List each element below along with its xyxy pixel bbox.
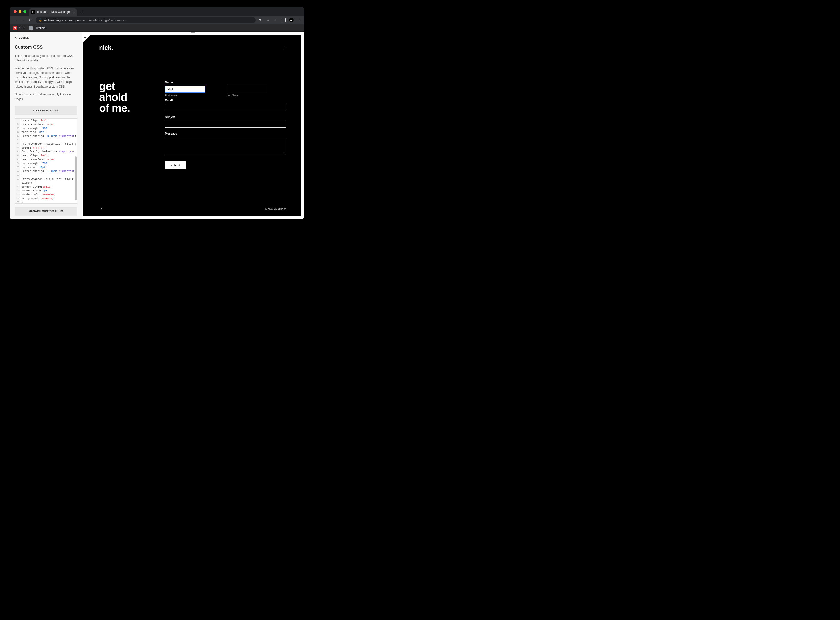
message-label: Message <box>165 132 286 135</box>
forward-button[interactable]: → <box>20 18 26 22</box>
code-line[interactable]: 31border-color:#eeeeee; <box>15 193 77 197</box>
line-number: 19 <box>15 142 20 146</box>
scrollbar-thumb[interactable] <box>75 157 77 200</box>
line-number: 16 <box>15 130 20 134</box>
share-icon[interactable]: ⇧ <box>258 18 262 22</box>
bookmark-star-icon[interactable]: ☆ <box>266 18 270 22</box>
linkedin-icon[interactable] <box>99 207 103 211</box>
browser-tab[interactable]: n. contact — Nick Waldinger × <box>29 8 77 16</box>
code-line[interactable]: text-align: left; <box>15 119 77 122</box>
name-label: Name <box>165 81 286 84</box>
window-close-icon[interactable] <box>14 10 17 13</box>
code-text: border-style:solid; <box>20 185 52 189</box>
code-text: } <box>20 173 23 177</box>
code-text: color: #ffffff; <box>20 146 46 150</box>
css-code-editor[interactable]: text-align: left;14text-transform: none;… <box>15 118 77 204</box>
line-number: 20 <box>15 146 20 150</box>
tab-title: contact — Nick Waldinger <box>37 10 71 14</box>
contact-form: Name First Name Last Name <box>165 81 286 169</box>
first-name-caption: First Name <box>165 94 224 97</box>
reload-button[interactable]: ⟳ <box>28 18 33 23</box>
subject-input[interactable] <box>165 120 286 128</box>
code-text: border-width:1px; <box>20 189 49 193</box>
tab-favicon-icon: n. <box>31 10 35 14</box>
manage-custom-files-button[interactable]: MANAGE CUSTOM FILES <box>15 207 77 215</box>
bookmark-tutorials[interactable]: Tutorials <box>29 26 46 30</box>
panel-toggle-icon[interactable] <box>281 18 286 22</box>
profile-avatar-icon[interactable]: n. <box>289 18 294 22</box>
code-line[interactable]: 27} <box>15 173 77 177</box>
code-line[interactable]: 29border-style:solid; <box>15 185 77 189</box>
code-line[interactable]: 18} <box>15 138 77 142</box>
menu-plus-icon[interactable]: + <box>282 45 286 51</box>
code-text: text-transform: none; <box>20 122 56 126</box>
code-text: letter-spacing: -.03em !important; <box>20 169 76 173</box>
bookmark-label: ADP <box>18 26 25 30</box>
new-tab-button[interactable]: + <box>79 9 85 15</box>
code-line[interactable]: 20color: #ffffff; <box>15 146 77 150</box>
code-line[interactable]: 22text-align: left; <box>15 153 77 158</box>
code-line[interactable]: 17letter-spacing: 0.02em !important; <box>15 134 77 138</box>
extensions-icon[interactable]: ✦ <box>274 18 278 22</box>
kebab-menu-icon[interactable]: ⋮ <box>297 18 302 22</box>
bookmark-adp[interactable]: AD ADP <box>13 26 25 30</box>
line-number: 18 <box>15 138 20 142</box>
code-line[interactable]: 15font-weight: 300; <box>15 126 77 130</box>
code-text: text-align: left; <box>20 119 49 122</box>
line-number: 25 <box>15 166 20 169</box>
first-name-input[interactable] <box>165 86 205 93</box>
line-number <box>15 119 20 122</box>
code-text: } <box>20 200 23 203</box>
window-zoom-icon[interactable] <box>23 10 26 13</box>
code-line[interactable]: 26letter-spacing: -.03em !important; <box>15 169 77 173</box>
site-logo[interactable]: nick. <box>99 44 113 51</box>
line-number: 28 <box>15 177 20 181</box>
email-input[interactable] <box>165 104 286 111</box>
code-line[interactable]: 19.form-wrapper .field-list .title { <box>15 142 77 146</box>
preview-canvas: ↖ nick. + get ahold of me. <box>82 32 304 219</box>
subject-label: Subject <box>165 115 286 119</box>
code-text: element { <box>20 181 36 185</box>
url-path: /config/design/custom-css <box>89 18 126 22</box>
line-number: 17 <box>15 134 20 138</box>
message-textarea[interactable] <box>165 137 286 155</box>
window-minimize-icon[interactable] <box>18 10 21 13</box>
line-number: 23 <box>15 158 20 161</box>
site-preview: ↖ nick. + get ahold of me. <box>83 35 302 216</box>
panel-intro: This area will allow you to inject custo… <box>15 54 77 63</box>
code-line[interactable]: 32background: #000000; <box>15 197 77 200</box>
bookmarks-bar: AD ADP Tutorials <box>10 24 304 32</box>
code-line[interactable]: 14text-transform: none; <box>15 122 77 126</box>
code-line[interactable]: 30border-width:1px; <box>15 189 77 193</box>
last-name-input[interactable] <box>227 86 267 93</box>
browser-toolbar: ← → ⟳ 🔒 nickwaldinger.squarespace.com/co… <box>10 16 304 24</box>
toolbar-actions: ⇧ ☆ ✦ n. ⋮ <box>258 18 302 22</box>
panel-back-button[interactable]: DESIGN <box>15 36 77 39</box>
viewport: DESIGN Custom CSS This area will allow y… <box>10 32 304 219</box>
bookmark-label: Tutorials <box>35 26 46 30</box>
code-line[interactable]: element { <box>15 181 77 185</box>
line-number <box>15 181 20 185</box>
back-button[interactable]: ← <box>12 18 18 22</box>
code-text: .form-wrapper .field-list .field .field- <box>20 177 77 181</box>
code-line[interactable]: 28.form-wrapper .field-list .field .fiel… <box>15 177 77 181</box>
line-number: 27 <box>15 173 20 177</box>
line-number: 30 <box>15 189 20 193</box>
line-number: 21 <box>15 150 20 153</box>
address-bar[interactable]: 🔒 nickwaldinger.squarespace.com/config/d… <box>36 17 255 23</box>
code-line[interactable]: 25font-size: 10pt; <box>15 166 77 169</box>
code-line[interactable]: 33} <box>15 200 77 203</box>
code-text: font-family: helvetica !important; <box>20 150 76 153</box>
code-text: font-size: 10pt; <box>20 166 47 169</box>
code-line[interactable]: 24font-weight: 700; <box>15 161 77 166</box>
open-in-window-button[interactable]: OPEN IN WINDOW <box>15 106 77 114</box>
resize-handle-icon[interactable] <box>191 32 195 33</box>
code-line[interactable]: 21font-family: helvetica !important; <box>15 150 77 153</box>
code-line[interactable]: 23text-transform: none; <box>15 158 77 161</box>
design-panel: DESIGN Custom CSS This area will allow y… <box>10 32 82 219</box>
code-line[interactable]: 16font-size: 8pt; <box>15 130 77 134</box>
tab-close-icon[interactable]: × <box>73 10 75 14</box>
panel-back-label: DESIGN <box>18 36 29 39</box>
submit-button[interactable]: submit <box>165 161 186 169</box>
panel-warning: Warning: Adding custom CSS to your site … <box>15 66 77 89</box>
